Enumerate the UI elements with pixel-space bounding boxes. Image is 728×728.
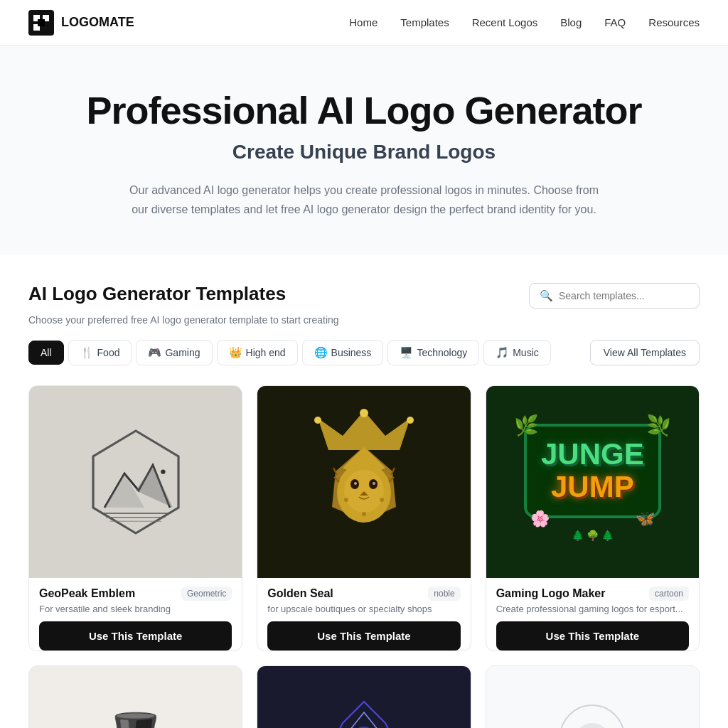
svg-point-28 <box>344 498 348 502</box>
food-icon: 🍴 <box>80 346 94 359</box>
cards-grid: GeoPeak Emblem Geometric For versatile a… <box>28 385 700 651</box>
card-gaming: 🌿 🌿 🌸 🦋 JUNGE JUMP 🌲 🌳 🌲 Gaming Logo Mak… <box>486 385 700 651</box>
card-gaming-btn[interactable]: Use This Template <box>496 621 689 651</box>
nav-blog[interactable]: Blog <box>560 16 582 28</box>
nav-links: Home Templates Recent Logos Blog FAQ Res… <box>349 16 700 28</box>
highend-icon: 👑 <box>229 346 242 359</box>
card-geopeak-meta: GeoPeak Emblem Geometric <box>39 587 232 601</box>
svg-point-30 <box>362 512 366 516</box>
bottom-card-1-image: 🎩 <box>29 666 242 728</box>
section-header: AI Logo Generator Templates 🔍 <box>28 283 700 309</box>
card-gaming-name: Gaming Logo Maker <box>496 587 606 600</box>
card-geopeak-btn[interactable]: Use This Template <box>39 621 232 651</box>
svg-point-10 <box>161 470 165 474</box>
filter-tab-technology[interactable]: 🖥️ Technology <box>387 340 479 365</box>
svg-rect-3 <box>38 19 45 26</box>
card-geopeak-name: GeoPeak Emblem <box>39 587 135 600</box>
svg-point-14 <box>407 417 414 424</box>
logo-text: LOGOMATE <box>61 15 134 30</box>
business-icon: 🌐 <box>314 346 328 359</box>
svg-marker-6 <box>136 465 173 508</box>
card-golden-seal: Golden Seal noble for upscale boutiques … <box>257 385 471 651</box>
filter-tab-all[interactable]: All <box>28 341 64 365</box>
svg-marker-4 <box>93 431 178 533</box>
logo[interactable]: LOGOMATE <box>28 10 134 36</box>
card-geopeak-image <box>29 386 242 578</box>
nav-resources[interactable]: Resources <box>648 16 700 28</box>
card-gaming-desc: Create professional gaming logos for esp… <box>496 604 689 614</box>
section-title: AI Logo Generator Templates <box>28 283 286 305</box>
filter-tabs: All 🍴 Food 🎮 Gaming 👑 High end 🌐 Busines… <box>28 340 700 365</box>
filter-tab-highend[interactable]: 👑 High end <box>217 340 298 365</box>
filter-tab-all-label: All <box>41 347 52 358</box>
bottom-card-3-image <box>486 666 699 728</box>
card-gaming-image: 🌿 🌿 🌸 🦋 JUNGE JUMP 🌲 🌳 🌲 <box>486 386 699 578</box>
gaming-icon: 🎮 <box>148 346 161 359</box>
svg-point-22 <box>373 482 375 485</box>
search-bar[interactable]: 🔍 <box>529 283 700 309</box>
card-golden-seal-btn[interactable]: Use This Template <box>267 621 460 651</box>
svg-point-13 <box>314 417 321 424</box>
card-geopeak: GeoPeak Emblem Geometric For versatile a… <box>28 385 242 651</box>
search-icon: 🔍 <box>540 289 553 302</box>
logo-icon <box>28 10 54 36</box>
hero-subtitle: Create Unique Brand Logos <box>28 141 700 164</box>
filter-tab-business-label: Business <box>331 347 372 358</box>
bottom-card-2 <box>257 665 471 728</box>
bottom-card-3 <box>486 665 700 728</box>
filter-tab-business[interactable]: 🌐 Business <box>302 340 384 365</box>
view-all-button[interactable]: View All Templates <box>590 340 700 365</box>
technology-icon: 🖥️ <box>400 346 413 359</box>
search-input[interactable] <box>559 290 689 301</box>
nav-recent-logos[interactable]: Recent Logos <box>472 16 538 28</box>
card-golden-seal-desc: for upscale boutiques or specialty shops <box>267 604 460 614</box>
svg-point-12 <box>360 409 368 417</box>
card-geopeak-info: GeoPeak Emblem Geometric For versatile a… <box>29 578 242 651</box>
filter-tab-food-label: Food <box>97 347 120 358</box>
svg-point-21 <box>354 482 357 485</box>
templates-section: AI Logo Generator Templates 🔍 Choose you… <box>0 255 728 728</box>
card-gaming-info: Gaming Logo Maker cartoon Create profess… <box>486 578 699 651</box>
card-gaming-meta: Gaming Logo Maker cartoon <box>496 587 689 601</box>
hero-description: Our advanced AI logo generator helps you… <box>129 181 599 219</box>
card-gaming-tag: cartoon <box>649 587 689 601</box>
navbar: LOGOMATE Home Templates Recent Logos Blo… <box>0 0 728 46</box>
hero-title: Professional AI Logo Generator <box>28 88 700 132</box>
filter-tab-food[interactable]: 🍴 Food <box>68 340 132 365</box>
filter-tab-gaming-label: Gaming <box>165 347 200 358</box>
svg-marker-31 <box>328 702 400 728</box>
nav-templates[interactable]: Templates <box>400 16 449 28</box>
bottom-cards-row: 🎩 <box>28 665 700 728</box>
card-golden-seal-meta: Golden Seal noble <box>267 587 460 601</box>
card-geopeak-desc: For versatile and sleek branding <box>39 604 232 614</box>
filter-tab-highend-label: High end <box>246 347 286 358</box>
nav-home[interactable]: Home <box>349 16 378 28</box>
card-geopeak-tag: Geometric <box>181 587 232 601</box>
section-heading-group: AI Logo Generator Templates <box>28 283 286 305</box>
svg-point-29 <box>380 498 384 502</box>
filter-tab-technology-label: Technology <box>417 347 467 358</box>
bottom-card-1: 🎩 <box>28 665 242 728</box>
card-golden-seal-tag: noble <box>428 587 460 601</box>
music-icon: 🎵 <box>496 346 509 359</box>
card-golden-seal-name: Golden Seal <box>267 587 333 600</box>
filter-tab-gaming[interactable]: 🎮 Gaming <box>136 340 212 365</box>
card-golden-seal-image <box>257 386 470 578</box>
bottom-card-2-image <box>257 666 470 728</box>
filter-tab-music-label: Music <box>513 347 539 358</box>
hero-section: Professional AI Logo Generator Create Un… <box>0 46 728 255</box>
filter-tab-music[interactable]: 🎵 Music <box>483 340 551 365</box>
section-subtitle: Choose your preferred free AI logo gener… <box>28 314 700 326</box>
card-golden-seal-info: Golden Seal noble for upscale boutiques … <box>257 578 470 651</box>
nav-faq[interactable]: FAQ <box>604 16 626 28</box>
